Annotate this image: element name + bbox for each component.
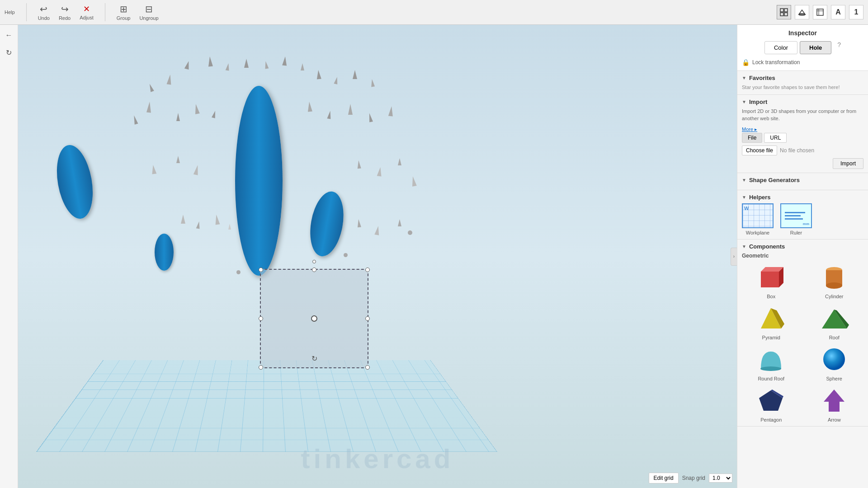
file-tab[interactable]: File — [742, 133, 762, 143]
spike-15 — [146, 102, 152, 113]
components-section: ▼ Components Geometric — [737, 239, 868, 427]
dot-3 — [408, 230, 412, 235]
undo-button[interactable]: ↩ Undo — [38, 4, 50, 21]
pyramid-thumb — [752, 304, 790, 333]
help-button[interactable]: Help — [5, 9, 15, 15]
spike-27 — [357, 160, 361, 169]
center-handle[interactable] — [311, 315, 317, 322]
sphere-thumb — [815, 345, 854, 374]
refresh-button[interactable]: ↻ — [2, 46, 16, 59]
lock-icon: 🔒 — [742, 59, 750, 66]
spike-16 — [176, 113, 180, 121]
file-row: Choose file No file chosen — [742, 145, 863, 155]
handle-ml[interactable] — [259, 316, 263, 321]
view-3d-button[interactable] — [795, 5, 809, 19]
back-button[interactable]: ← — [2, 28, 16, 42]
rotate-handle[interactable] — [312, 260, 316, 263]
back-icon: ← — [5, 31, 13, 39]
svg-rect-3 — [784, 13, 788, 16]
grid-plane — [36, 360, 497, 452]
cylinder-shape-item[interactable]: Cylinder — [805, 263, 864, 299]
snap-grid-select[interactable]: 1.0 0.5 0.25 2.0 — [709, 474, 732, 483]
roof-shape-item[interactable]: Roof — [805, 304, 864, 340]
favorites-header[interactable]: ▼ Favorites — [742, 75, 863, 81]
panel-collapse-button[interactable]: › — [731, 248, 737, 266]
hole-button[interactable]: Hole — [800, 41, 831, 54]
watermark-text: tinkercad — [301, 443, 454, 474]
snap-grid-label: Snap grid — [682, 475, 705, 481]
svg-point-13 — [826, 282, 842, 289]
import-section: ▼ Import Import 2D or 3D shapes from you… — [737, 95, 868, 173]
inspector-help-icon[interactable]: ? — [837, 41, 841, 54]
main-area: ← ↻ — [0, 25, 868, 488]
view-grid-button[interactable] — [777, 5, 791, 19]
redo-button[interactable]: ↪ Redo — [59, 4, 71, 21]
round-roof-shape-item[interactable]: Round Roof — [742, 345, 801, 381]
group-button[interactable]: ⊞ Group — [117, 4, 131, 21]
ruler-thumb: mm — [780, 203, 812, 228]
undo-icon: ↩ — [40, 4, 47, 14]
small-ellipse[interactable] — [155, 234, 174, 271]
pyramid-shape-item[interactable]: Pyramid — [742, 304, 801, 340]
pentagon-shape-item[interactable]: Pentagon — [742, 386, 801, 422]
svg-point-18 — [760, 366, 781, 371]
ungroup-icon: ⊟ — [145, 4, 153, 14]
handle-bl[interactable] — [259, 365, 263, 370]
favorites-arrow: ▼ — [742, 75, 746, 80]
helpers-header[interactable]: ▼ Helpers — [742, 194, 863, 201]
shapes-grid: Box Cylinder — [742, 263, 863, 422]
handle-tr[interactable] — [365, 267, 370, 272]
handle-br[interactable] — [365, 365, 370, 370]
import-button[interactable]: Import — [833, 158, 863, 169]
more-link[interactable]: More ▸ — [742, 127, 757, 132]
sphere-svg — [820, 347, 849, 372]
refresh-icon: ↻ — [6, 48, 12, 57]
canvas-area[interactable]: ↻ — [18, 25, 737, 488]
lock-label: Lock transformation — [752, 59, 800, 66]
svg-rect-1 — [784, 9, 788, 12]
handle-mr[interactable] — [365, 316, 370, 321]
sphere-shape-item[interactable]: Sphere — [805, 345, 864, 381]
inspector-section: Inspector Color Hole ? 🔒 Lock transforma… — [737, 25, 868, 71]
spike-4 — [244, 59, 249, 68]
main-ellipse[interactable] — [235, 86, 283, 276]
geometric-title: Geometric — [742, 253, 863, 259]
inspector-title: Inspector — [742, 29, 863, 37]
color-button[interactable]: Color — [764, 41, 797, 54]
adjust-button[interactable]: ✕ Adjust — [80, 4, 94, 20]
helpers-section: ▼ Helpers W Workplane — [737, 190, 868, 239]
box-thumb — [752, 263, 790, 292]
workplane-item[interactable]: W Workplane — [742, 203, 774, 235]
shape-generators-header[interactable]: ▼ Shape Generators — [742, 177, 863, 183]
components-header[interactable]: ▼ Components — [742, 243, 863, 250]
import-description: Import 2D or 3D shapes from your compute… — [742, 108, 863, 122]
ruler-item[interactable]: mm Ruler — [780, 203, 812, 235]
import-header[interactable]: ▼ Import — [742, 99, 863, 105]
view-text-button[interactable]: A — [831, 5, 845, 19]
import-arrow: ▼ — [742, 99, 746, 104]
ungroup-button[interactable]: ⊟ Ungroup — [139, 4, 158, 21]
edit-grid-button[interactable]: Edit grid — [649, 473, 679, 483]
view-box-button[interactable] — [813, 5, 827, 19]
view-number-button[interactable]: 1 — [849, 5, 863, 19]
arrow-shape-item[interactable]: Arrow — [805, 386, 864, 422]
box-shape-item[interactable]: Box — [742, 263, 801, 299]
handle-tm[interactable] — [312, 267, 316, 272]
ruler-label: Ruler — [790, 230, 802, 235]
url-tab[interactable]: URL — [764, 133, 787, 143]
spike-29 — [398, 158, 401, 165]
toolbar: Help ↩ Undo ↪ Redo ✕ Adjust ⊞ Group ⊟ Un… — [0, 0, 868, 25]
mm-label: mm — [803, 222, 809, 226]
handle-tl[interactable] — [259, 267, 263, 272]
spike-7 — [301, 63, 304, 70]
selected-box[interactable]: ↻ — [260, 269, 368, 368]
spike-10 — [316, 70, 321, 80]
helpers-arrow: ▼ — [742, 195, 746, 200]
svg-point-19 — [823, 348, 845, 370]
text-view-icon: A — [835, 8, 841, 16]
components-arrow: ▼ — [742, 244, 746, 249]
choose-file-button[interactable]: Choose file — [742, 145, 777, 155]
helpers-grid: W Workplane mm — [742, 203, 863, 235]
spike-37 — [398, 219, 401, 226]
group-icon: ⊞ — [120, 4, 127, 14]
